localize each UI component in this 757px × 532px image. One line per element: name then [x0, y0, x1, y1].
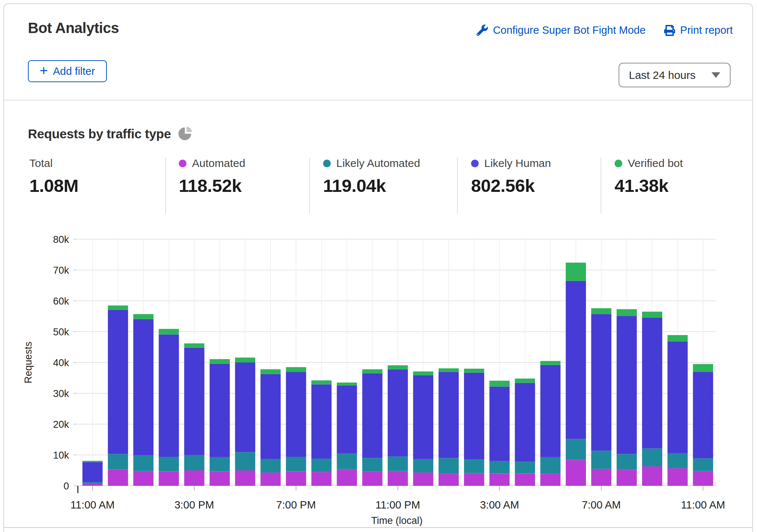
- bar-segment-likely-human[interactable]: [108, 310, 128, 454]
- bar-segment-verified-bot[interactable]: [464, 369, 484, 373]
- bar-segment-likely-automated[interactable]: [108, 454, 128, 469]
- bar-segment-verified-bot[interactable]: [693, 364, 713, 372]
- bar-segment-likely-human[interactable]: [311, 385, 332, 459]
- bar-segment-likely-human[interactable]: [566, 281, 586, 439]
- bar-segment-automated[interactable]: [464, 473, 484, 486]
- bar-segment-likely-automated[interactable]: [617, 454, 637, 470]
- bar-segment-likely-human[interactable]: [540, 365, 561, 457]
- bar-segment-automated[interactable]: [311, 472, 332, 486]
- bar-segment-verified-bot[interactable]: [133, 314, 153, 319]
- bar-segment-automated[interactable]: [566, 460, 586, 486]
- bar-segment-likely-automated[interactable]: [413, 459, 433, 473]
- bar-segment-verified-bot[interactable]: [210, 359, 230, 364]
- bar-segment-verified-bot[interactable]: [388, 365, 408, 369]
- bar-segment-verified-bot[interactable]: [642, 311, 662, 317]
- bar-segment-automated[interactable]: [184, 470, 204, 486]
- bar-segment-automated[interactable]: [235, 470, 255, 486]
- bar-segment-likely-human[interactable]: [159, 335, 179, 457]
- bar-segment-likely-automated[interactable]: [439, 458, 459, 474]
- bar-segment-automated[interactable]: [540, 474, 561, 486]
- bar-segment-likely-automated[interactable]: [337, 453, 357, 469]
- bar-segment-verified-bot[interactable]: [184, 343, 204, 348]
- bar-segment-likely-human[interactable]: [362, 373, 383, 458]
- bar-segment-automated[interactable]: [83, 484, 103, 486]
- bar-segment-likely-human[interactable]: [286, 372, 306, 457]
- bar-segment-verified-bot[interactable]: [286, 367, 306, 372]
- bar-segment-verified-bot[interactable]: [83, 461, 103, 462]
- bar-segment-verified-bot[interactable]: [489, 381, 510, 387]
- bar-segment-likely-human[interactable]: [642, 317, 662, 448]
- bar-segment-verified-bot[interactable]: [566, 263, 586, 281]
- bar-segment-verified-bot[interactable]: [439, 368, 459, 372]
- bar-segment-likely-human[interactable]: [388, 369, 408, 456]
- bar-segment-automated[interactable]: [617, 470, 637, 486]
- bar-segment-likely-human[interactable]: [83, 462, 103, 482]
- bar-segment-verified-bot[interactable]: [515, 379, 535, 383]
- bar-segment-likely-human[interactable]: [439, 372, 459, 458]
- bar-segment-likely-human[interactable]: [413, 375, 433, 459]
- bar-segment-likely-automated[interactable]: [566, 439, 586, 460]
- bar-segment-automated[interactable]: [159, 471, 179, 486]
- bar-segment-likely-automated[interactable]: [261, 459, 281, 473]
- bar-segment-automated[interactable]: [693, 471, 713, 486]
- bar-segment-verified-bot[interactable]: [413, 371, 433, 375]
- bar-segment-automated[interactable]: [286, 471, 306, 486]
- bar-segment-verified-bot[interactable]: [591, 308, 611, 314]
- bar-segment-automated[interactable]: [667, 468, 688, 486]
- bar-segment-likely-automated[interactable]: [133, 455, 153, 471]
- bar-segment-automated[interactable]: [439, 474, 459, 486]
- bar-segment-automated[interactable]: [108, 469, 128, 486]
- bar-segment-likely-human[interactable]: [591, 314, 611, 451]
- bar-segment-likely-human[interactable]: [489, 387, 510, 461]
- bar-segment-likely-automated[interactable]: [540, 457, 561, 474]
- bar-segment-verified-bot[interactable]: [235, 358, 255, 362]
- bar-segment-likely-automated[interactable]: [388, 456, 408, 471]
- bar-segment-likely-human[interactable]: [464, 373, 484, 460]
- bar-segment-automated[interactable]: [413, 473, 433, 486]
- bar-segment-likely-automated[interactable]: [515, 462, 535, 473]
- bar-segment-verified-bot[interactable]: [667, 335, 688, 342]
- bar-segment-likely-automated[interactable]: [642, 448, 662, 466]
- bar-segment-likely-human[interactable]: [693, 372, 713, 458]
- bar-segment-automated[interactable]: [133, 471, 153, 486]
- bar-segment-verified-bot[interactable]: [261, 369, 281, 374]
- bar-segment-likely-human[interactable]: [515, 383, 535, 462]
- bar-segment-likely-automated[interactable]: [286, 457, 306, 471]
- bar-segment-verified-bot[interactable]: [108, 306, 128, 310]
- bar-segment-likely-automated[interactable]: [235, 452, 255, 470]
- bar-segment-likely-automated[interactable]: [311, 459, 332, 472]
- bar-segment-automated[interactable]: [261, 473, 281, 486]
- bar-segment-likely-automated[interactable]: [210, 457, 230, 471]
- bar-segment-verified-bot[interactable]: [540, 361, 561, 365]
- bar-segment-likely-automated[interactable]: [693, 458, 713, 471]
- bar-segment-automated[interactable]: [362, 471, 383, 486]
- bar-segment-automated[interactable]: [642, 466, 662, 486]
- bar-segment-likely-automated[interactable]: [489, 461, 510, 474]
- bar-segment-likely-human[interactable]: [617, 316, 637, 454]
- bar-segment-likely-automated[interactable]: [159, 457, 179, 471]
- bar-segment-likely-automated[interactable]: [464, 460, 484, 473]
- bar-segment-likely-automated[interactable]: [591, 451, 611, 469]
- bar-segment-automated[interactable]: [388, 471, 408, 486]
- bar-segment-likely-automated[interactable]: [184, 455, 204, 470]
- bar-segment-likely-human[interactable]: [337, 386, 357, 453]
- bar-segment-likely-automated[interactable]: [667, 453, 688, 468]
- bar-segment-likely-automated[interactable]: [362, 458, 383, 471]
- bar-segment-likely-human[interactable]: [210, 364, 230, 457]
- bar-segment-likely-human[interactable]: [184, 348, 204, 455]
- bar-segment-likely-automated[interactable]: [83, 482, 103, 484]
- bar-segment-verified-bot[interactable]: [617, 309, 637, 316]
- bar-segment-automated[interactable]: [591, 469, 611, 486]
- bar-segment-likely-human[interactable]: [261, 374, 281, 459]
- bar-segment-likely-human[interactable]: [667, 342, 688, 453]
- bar-segment-automated[interactable]: [489, 473, 510, 486]
- bar-segment-automated[interactable]: [337, 469, 357, 486]
- bar-segment-verified-bot[interactable]: [362, 369, 383, 373]
- bar-segment-likely-human[interactable]: [235, 362, 255, 452]
- bar-segment-automated[interactable]: [515, 473, 535, 486]
- bar-segment-verified-bot[interactable]: [159, 329, 179, 334]
- bar-segment-verified-bot[interactable]: [311, 380, 332, 385]
- bar-segment-verified-bot[interactable]: [337, 383, 357, 386]
- bar-segment-automated[interactable]: [210, 471, 230, 486]
- bar-segment-likely-human[interactable]: [133, 319, 153, 455]
